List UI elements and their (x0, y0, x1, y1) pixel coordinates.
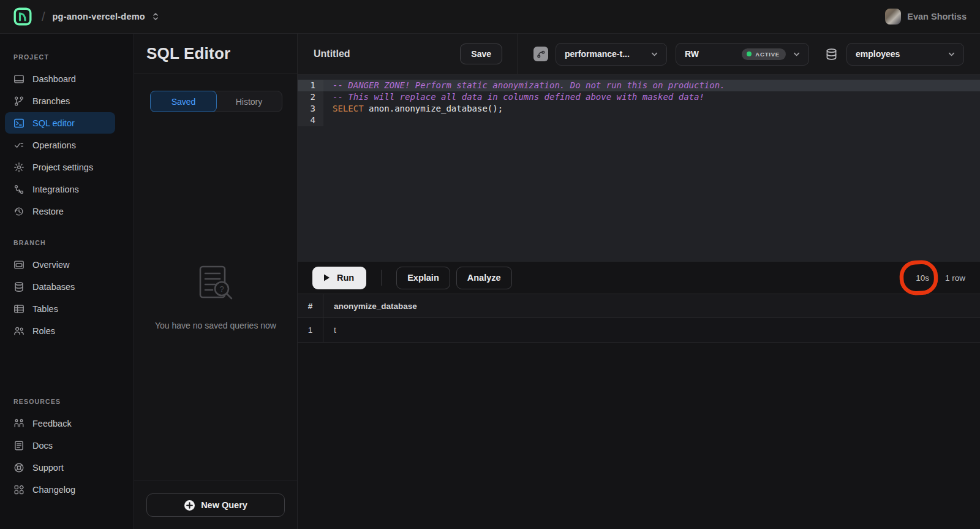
code-line-text (323, 115, 980, 126)
sidebar-section-resources: RESOURCESFeedbackDocsSupportChangelog (0, 398, 134, 500)
sidebar-item-support[interactable]: Support (5, 457, 115, 478)
results-header-row: #anonymize_database (298, 294, 980, 318)
integrations-icon (13, 184, 24, 195)
sidebar-item-label: SQL editor (32, 118, 75, 128)
line-number: 3 (298, 103, 323, 115)
tab-saved[interactable]: Saved (150, 91, 217, 112)
line-number: 2 (298, 91, 323, 103)
branch-badge-icon (533, 47, 548, 61)
sidebar-item-restore[interactable]: Restore (5, 200, 115, 222)
toolbar-divider (381, 270, 382, 286)
breadcrumb-divider: / (42, 10, 45, 24)
sidebar-item-label: Databases (32, 282, 75, 292)
page-title: SQL Editor (146, 44, 230, 63)
sidebar-item-label: Operations (32, 140, 76, 150)
results-col-anonymize-database: anonymize_database (323, 294, 980, 318)
sidebar-item-operations[interactable]: Operations (5, 134, 115, 156)
overview-icon (13, 259, 24, 270)
branch-selector-dropdown[interactable]: performance-t... (556, 43, 667, 66)
sidebar-item-dashboard[interactable]: Dashboard (5, 68, 115, 89)
row-count: 1 row (945, 273, 965, 283)
sidebar-item-label: Feedback (32, 419, 72, 428)
sidebar-item-feedback[interactable]: Feedback (5, 413, 115, 434)
sidebar-item-sql-editor[interactable]: SQL editor (5, 112, 115, 134)
explain-button[interactable]: Explain (396, 267, 450, 289)
sidebar-item-project-settings[interactable]: Project settings (5, 156, 115, 178)
branches-icon (13, 96, 24, 107)
changelog-icon (13, 484, 24, 495)
sidebar-item-overview[interactable]: Overview (5, 254, 115, 275)
database-icon (825, 48, 838, 61)
plus-circle-icon (184, 500, 195, 511)
branch-selector-value: performance-t... (565, 49, 644, 59)
code-line-4[interactable]: 4 (298, 115, 980, 126)
database-selector-dropdown[interactable]: employees (846, 43, 964, 66)
queries-tabs: Saved History (150, 91, 282, 112)
endpoint-selector-dropdown[interactable]: RW ACTIVE (676, 43, 809, 66)
results-empty-area (298, 343, 980, 529)
sidebar-item-label: Changelog (32, 485, 75, 495)
code-line-text: -- DANGER ZONE! Perform static anonymiza… (323, 80, 980, 91)
sidebar-section-label: PROJECT (13, 53, 134, 61)
dashboard-icon (13, 74, 24, 85)
query-title-bar: Untitled Save (298, 34, 518, 74)
database-selector-value: employees (856, 49, 941, 59)
analyze-button[interactable]: Analyze (456, 267, 512, 289)
sidebar-item-tables[interactable]: Tables (5, 298, 115, 319)
sidebar-item-changelog[interactable]: Changelog (5, 479, 115, 500)
row-index: 1 (298, 318, 323, 342)
run-button[interactable]: Run (312, 267, 366, 289)
code-line-3[interactable]: 3SELECT anon.anonymize_database(); (298, 103, 980, 115)
query-title: Untitled (314, 48, 460, 59)
no-queries-icon: ? (192, 263, 239, 310)
breadcrumb-project-name[interactable]: pg-anon-vercel-demo (53, 12, 145, 21)
connection-bar: performance-t... RW ACTIVE (518, 34, 980, 74)
sidebar-item-databases[interactable]: Databases (5, 276, 115, 297)
duration-value: 10s (916, 273, 929, 283)
code-line-2[interactable]: 2-- This will replace all data in column… (298, 91, 980, 103)
empty-state-text: You have no saved queries now (155, 321, 276, 330)
code-line-text: -- This will replace all data in columns… (323, 91, 980, 103)
row-value: t (323, 318, 980, 342)
neon-logo-icon[interactable] (13, 7, 32, 26)
results-row: 1t (298, 318, 980, 343)
line-number: 1 (298, 80, 323, 91)
play-icon (322, 273, 331, 282)
sidebar-section-branch: BRANCHOverviewDatabasesTablesRoles (0, 239, 134, 341)
sidebar-item-label: Overview (32, 260, 69, 270)
code-line-1[interactable]: 1-- DANGER ZONE! Perform static anonymiz… (298, 80, 980, 91)
tab-history[interactable]: History (216, 91, 282, 112)
sidebar-item-label: Integrations (32, 185, 79, 194)
user-name[interactable]: Evan Shortiss (907, 12, 967, 21)
sidebar-item-label: Roles (32, 326, 55, 336)
sql-editor-main: Untitled Save performance-t... (298, 34, 980, 529)
gear-icon (13, 162, 24, 173)
database-icon (13, 281, 24, 292)
code-editor[interactable]: 1-- DANGER ZONE! Perform static anonymiz… (298, 75, 980, 262)
feedback-icon (13, 418, 24, 429)
sidebar-item-label: Restore (32, 207, 64, 216)
panel-header: SQL Editor (134, 34, 297, 74)
endpoint-selector-value: RW (685, 49, 736, 59)
sidebar-item-roles[interactable]: Roles (5, 320, 115, 341)
endpoint-status-badge: ACTIVE (742, 48, 786, 60)
run-toolbar: Run Explain Analyze 10s 1 row (298, 262, 980, 294)
empty-state: ? You have no saved queries now (134, 112, 297, 481)
sidebar-item-branches[interactable]: Branches (5, 90, 115, 112)
svg-text:?: ? (219, 284, 224, 294)
sql-editor-icon (13, 118, 24, 129)
support-icon (13, 462, 24, 473)
chevron-down-icon (947, 50, 956, 59)
sidebar-item-docs[interactable]: Docs (5, 435, 115, 456)
new-query-button[interactable]: New Query (146, 493, 285, 517)
user-avatar[interactable] (885, 9, 901, 25)
new-query-label: New Query (201, 500, 247, 510)
sidebar-item-label: Support (32, 463, 64, 473)
sidebar-item-integrations[interactable]: Integrations (5, 178, 115, 200)
save-button[interactable]: Save (460, 44, 502, 64)
project-switcher-chevron-icon[interactable] (151, 12, 160, 21)
operations-icon (13, 140, 24, 151)
sidebar-item-label: Tables (32, 304, 58, 314)
panel-footer: New Query (134, 481, 297, 529)
sidebar-item-label: Docs (32, 441, 53, 451)
